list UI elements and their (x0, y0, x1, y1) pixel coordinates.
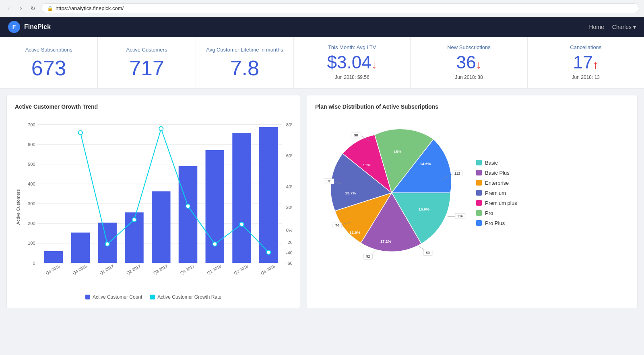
nav-user[interactable]: Charles ▾ (612, 24, 636, 30)
svg-text:116: 116 (457, 214, 463, 218)
svg-text:500: 500 (28, 162, 35, 167)
legend-line: Active Customer Growth Rate (150, 294, 221, 300)
active-customers-card: Active Customers 717 (98, 37, 196, 88)
svg-text:600: 600 (28, 142, 35, 147)
cancellations-label: Cancellations (536, 44, 636, 50)
active-customers-label: Active Customers (106, 47, 187, 53)
legend-pro-box (476, 210, 482, 216)
brand-logo: F (8, 21, 20, 33)
browser-chrome: ‹ › ↻ 🔒 https://analytics.finepick.com/ (0, 0, 644, 17)
new-subs-sub: Jun 2018: 88 (419, 74, 519, 80)
address-bar[interactable]: 🔒 https://analytics.finepick.com/ (41, 3, 639, 13)
legend-basic-plus-label: Basic Plus (485, 170, 510, 176)
top-nav: F FinePick Home Charles ▾ (0, 17, 644, 37)
svg-text:0: 0 (33, 261, 35, 266)
legend-basic: Basic (476, 160, 629, 166)
legend-line-label: Active Customer Growth Rate (157, 294, 221, 300)
pie-legend: Basic Basic Plus Enterprise Premium Prem… (476, 160, 629, 226)
pie-wrapper: 16.6% 17.2% 11.9% 13.7% 11% 15% 14.6% 11… (315, 116, 468, 269)
legend-pro-plus-box (476, 220, 482, 226)
bar-q3-2017 (152, 191, 171, 263)
new-subs-arrow: ↓ (476, 58, 481, 71)
dot-q3-2018 (266, 250, 270, 254)
dot-q2-2017 (132, 218, 136, 222)
dot-q4-2016 (78, 131, 83, 135)
ltv-sub: Jun 2018: $9.56 (302, 74, 402, 80)
legend-enterprise-box (476, 180, 482, 186)
svg-text:60%: 60% (286, 153, 292, 158)
svg-text:74: 74 (335, 223, 339, 227)
avg-lifetime-card: Avg Customer Lifetime in months 7.8 (196, 37, 293, 88)
legend-basic-label: Basic (485, 160, 498, 166)
bar-chart-panel: Active Customer Growth Trend 700 600 500… (6, 95, 300, 308)
bar-chart-legend: Active Customer Count Active Customer Gr… (15, 294, 292, 300)
bar-q2-2018 (232, 133, 251, 263)
legend-basic-box (476, 160, 482, 165)
brand-name: FinePick (24, 23, 51, 31)
legend-bar-box (85, 295, 90, 299)
active-subscriptions-value: 673 (8, 58, 89, 78)
bar-q4-2016 (71, 233, 90, 263)
svg-text:Q2 2018: Q2 2018 (233, 264, 249, 275)
legend-premium-plus-label: Premium plus (485, 200, 517, 206)
nav-home[interactable]: Home (589, 24, 604, 30)
svg-text:Q2 2017: Q2 2017 (126, 264, 141, 275)
svg-text:80: 80 (426, 251, 430, 255)
ltv-card: This Month: Avg LTV $3.04↓ Jun 2018: $9.… (294, 37, 411, 88)
lock-icon: 🔒 (47, 6, 53, 11)
bar-chart-container: 700 600 500 400 300 200 100 0 80% 60% 40… (15, 116, 292, 289)
dot-q1-2017 (105, 242, 109, 246)
back-button[interactable]: ‹ (5, 4, 13, 12)
nav-brand: F FinePick (8, 21, 51, 33)
stats-left: Active Subscriptions 673 Active Customer… (0, 37, 294, 88)
svg-text:Q3 2018: Q3 2018 (260, 264, 276, 275)
svg-text:Active Customers: Active Customers (16, 189, 21, 225)
svg-text:Q4 2017: Q4 2017 (180, 264, 195, 275)
legend-basic-plus: Basic Plus (476, 170, 629, 176)
legend-premium-plus: Premium plus (476, 200, 629, 206)
svg-text:17.2%: 17.2% (380, 239, 391, 244)
active-subscriptions-card: Active Subscriptions 673 (0, 37, 98, 88)
pie-chart-panel: Plan wise Distribution of Active Subscri… (307, 95, 638, 308)
svg-text:15%: 15% (394, 149, 402, 154)
legend-pro-plus-label: Pro Plus (485, 220, 505, 226)
refresh-button[interactable]: ↻ (29, 4, 37, 12)
legend-enterprise-label: Enterprise (485, 180, 509, 186)
svg-text:-40%: -40% (286, 250, 292, 255)
svg-text:Q1 2018: Q1 2018 (206, 264, 222, 275)
legend-premium: Premium (476, 190, 629, 196)
svg-text:-20%: -20% (286, 240, 292, 245)
dot-q3-2017 (159, 127, 163, 131)
stats-right: This Month: Avg LTV $3.04↓ Jun 2018: $9.… (294, 37, 644, 88)
svg-text:Q4 2016: Q4 2016 (72, 264, 88, 275)
svg-text:80%: 80% (286, 122, 292, 127)
svg-text:11%: 11% (363, 163, 371, 167)
forward-button[interactable]: › (17, 4, 25, 12)
svg-text:700: 700 (28, 122, 35, 127)
legend-pro-label: Pro (485, 210, 493, 216)
cancellations-card: Cancellations 17↑ Jun 2018: 13 (528, 37, 644, 88)
svg-text:98: 98 (354, 133, 358, 137)
svg-text:14.6%: 14.6% (420, 161, 431, 166)
legend-pro: Pro (476, 210, 629, 216)
svg-text:Q1 2017: Q1 2017 (99, 264, 114, 275)
legend-pro-plus: Pro Plus (476, 220, 629, 226)
svg-text:13.7%: 13.7% (345, 191, 356, 195)
avg-lifetime-value: 7.8 (204, 58, 285, 78)
svg-text:-60%: -60% (286, 261, 292, 266)
cancellations-arrow: ↑ (593, 58, 599, 71)
svg-text:Q3 2016: Q3 2016 (45, 264, 61, 275)
nav-links: Home Charles ▾ (589, 24, 636, 30)
svg-text:92: 92 (366, 255, 370, 259)
main-content: Active Customer Growth Trend 700 600 500… (0, 89, 644, 315)
new-subs-value: 36↓ (419, 54, 519, 71)
dot-q2-2018 (239, 222, 244, 226)
legend-premium-plus-box (476, 200, 482, 206)
ltv-arrow: ↓ (372, 58, 377, 71)
legend-bar: Active Customer Count (85, 294, 142, 300)
active-subscriptions-label: Active Subscriptions (8, 47, 89, 53)
svg-text:11.9%: 11.9% (349, 230, 360, 235)
stats-section: Active Subscriptions 673 Active Customer… (0, 37, 644, 89)
svg-text:101: 101 (326, 179, 332, 183)
pie-section: 16.6% 17.2% 11.9% 13.7% 11% 15% 14.6% 11… (315, 116, 629, 269)
